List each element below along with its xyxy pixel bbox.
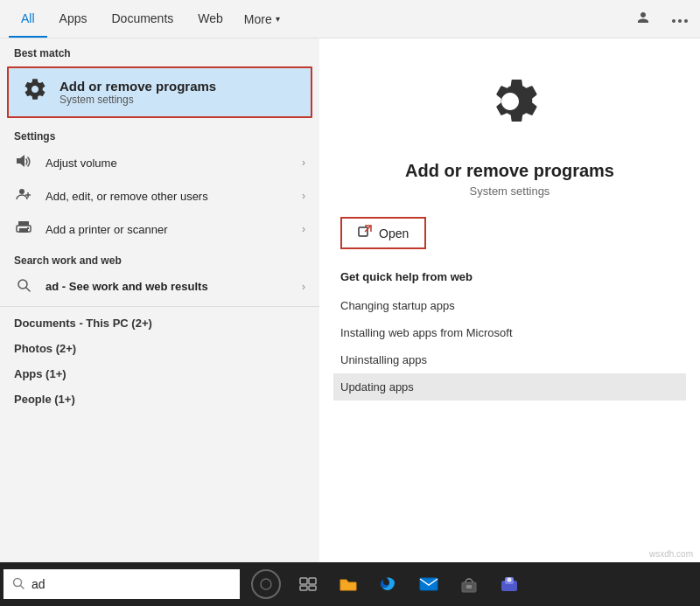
category-photos[interactable]: Photos (2+) bbox=[0, 336, 319, 361]
taskbar bbox=[0, 562, 700, 606]
search-web-text: ad - See work and web results bbox=[46, 280, 302, 293]
svg-point-3 bbox=[19, 189, 24, 194]
search-web-icon bbox=[14, 278, 33, 295]
chevron-right-icon: › bbox=[302, 190, 305, 202]
settings-header: Settings bbox=[0, 122, 319, 146]
cortana-circle bbox=[251, 569, 281, 599]
settings-item-printer[interactable]: Add a printer or scanner › bbox=[0, 212, 319, 246]
taskbar-icons bbox=[248, 565, 528, 603]
settings-item-label: Add a printer or scanner bbox=[46, 223, 302, 236]
svg-rect-18 bbox=[466, 585, 472, 589]
chevron-right-icon: › bbox=[302, 157, 305, 169]
settings-item-users[interactable]: Add, edit, or remove other users › bbox=[0, 179, 319, 212]
chevron-right-icon: › bbox=[302, 281, 305, 293]
app-icon bbox=[340, 65, 679, 149]
settings-item-label: Add, edit, or remove other users bbox=[46, 190, 302, 203]
top-tabs-bar: All Apps Documents Web More ▾ bbox=[0, 0, 700, 38]
svg-rect-9 bbox=[359, 227, 368, 236]
quick-help-link-0[interactable]: Changing startup apps bbox=[340, 292, 679, 319]
best-match-title: Add or remove programs bbox=[60, 79, 216, 94]
category-people[interactable]: People (1+) bbox=[0, 387, 319, 412]
quick-help-link-1[interactable]: Installing web apps from Microsoft bbox=[340, 319, 679, 346]
teams-button[interactable] bbox=[490, 565, 528, 603]
quick-help-link-2[interactable]: Uninstalling apps bbox=[340, 346, 679, 373]
left-panel: Best match Add or remove programs System… bbox=[0, 38, 319, 562]
chevron-down-icon: ▾ bbox=[276, 14, 280, 24]
app-subtitle: System settings bbox=[340, 185, 679, 198]
file-explorer-button[interactable] bbox=[329, 565, 368, 603]
svg-point-1 bbox=[678, 19, 682, 23]
more-options-icon[interactable] bbox=[668, 8, 691, 31]
svg-rect-12 bbox=[300, 578, 307, 584]
tab-documents[interactable]: Documents bbox=[99, 0, 186, 38]
app-title: Add or remove programs bbox=[340, 161, 679, 181]
svg-point-0 bbox=[672, 19, 676, 23]
tab-all[interactable]: All bbox=[9, 0, 47, 38]
svg-rect-13 bbox=[309, 578, 316, 584]
settings-item-volume[interactable]: Adjust volume › bbox=[0, 146, 319, 179]
category-documents[interactable]: Documents - This PC (2+) bbox=[0, 310, 319, 336]
person-icon[interactable] bbox=[632, 6, 654, 32]
open-label: Open bbox=[379, 226, 409, 240]
quick-help-title: Get quick help from web bbox=[340, 270, 679, 283]
search-input[interactable] bbox=[32, 577, 231, 591]
search-suffix: - See work and web results bbox=[59, 280, 208, 293]
volume-icon bbox=[14, 154, 33, 171]
svg-rect-6 bbox=[19, 228, 28, 233]
best-match-header: Best match bbox=[0, 38, 319, 63]
search-query: ad bbox=[46, 280, 59, 293]
open-icon bbox=[358, 225, 372, 241]
chevron-right-icon: › bbox=[302, 223, 305, 235]
svg-point-2 bbox=[684, 19, 688, 23]
search-icon bbox=[12, 577, 24, 592]
taskbar-search-box[interactable] bbox=[4, 569, 240, 599]
divider bbox=[0, 306, 319, 307]
cortana-button[interactable] bbox=[248, 565, 287, 603]
category-apps[interactable]: Apps (1+) bbox=[0, 361, 319, 387]
tab-apps[interactable]: Apps bbox=[47, 0, 100, 38]
quick-help-link-3[interactable]: Updating apps bbox=[333, 373, 686, 401]
svg-rect-14 bbox=[300, 586, 307, 590]
svg-rect-15 bbox=[309, 586, 316, 590]
tab-more[interactable]: More ▾ bbox=[235, 5, 289, 33]
search-web-item[interactable]: ad - See work and web results › bbox=[0, 270, 319, 303]
tab-more-label: More bbox=[244, 12, 272, 26]
settings-item-label: Adjust volume bbox=[46, 157, 302, 170]
gear-icon bbox=[23, 77, 47, 108]
top-tabs-actions bbox=[632, 6, 691, 32]
tab-web[interactable]: Web bbox=[186, 0, 235, 38]
open-button[interactable]: Open bbox=[340, 217, 426, 249]
best-match-item[interactable]: Add or remove programs System settings bbox=[7, 66, 312, 118]
svg-point-11 bbox=[261, 579, 271, 589]
store-button[interactable] bbox=[450, 565, 488, 603]
best-match-subtitle: System settings bbox=[60, 94, 216, 106]
svg-rect-16 bbox=[420, 578, 438, 590]
best-match-text: Add or remove programs System settings bbox=[60, 79, 216, 106]
task-view-button[interactable] bbox=[289, 565, 327, 603]
open-btn-wrapper: Open bbox=[340, 217, 679, 249]
search-web-header: Search work and web bbox=[0, 246, 319, 270]
mail-button[interactable] bbox=[410, 565, 448, 603]
main-content: Best match Add or remove programs System… bbox=[0, 38, 700, 562]
svg-rect-7 bbox=[27, 227, 29, 229]
edge-button[interactable] bbox=[369, 565, 408, 603]
printer-icon bbox=[14, 220, 33, 238]
svg-point-21 bbox=[508, 578, 512, 582]
users-icon bbox=[14, 187, 33, 205]
right-panel: Add or remove programs System settings O… bbox=[319, 38, 700, 562]
